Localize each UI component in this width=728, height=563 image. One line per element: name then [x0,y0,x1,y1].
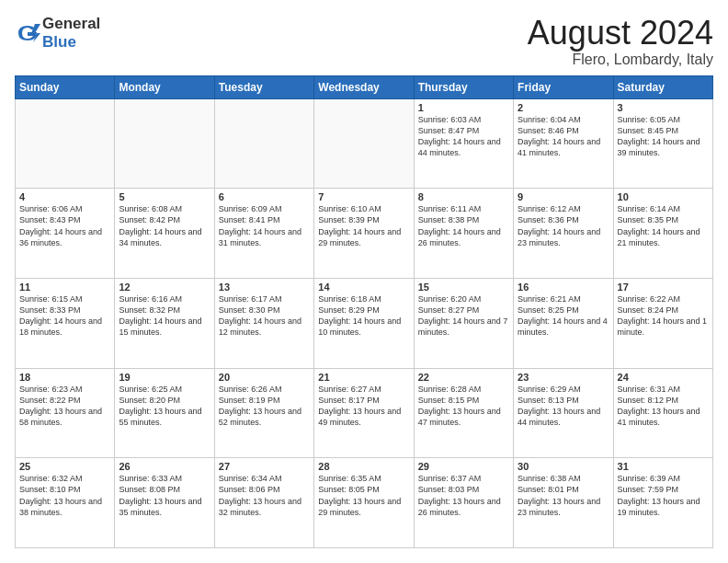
day-info: Sunrise: 6:05 AM Sunset: 8:45 PM Dayligh… [618,114,709,159]
day-cell: 14Sunrise: 6:18 AM Sunset: 8:29 PM Dayli… [314,278,414,368]
day-cell: 3Sunrise: 6:05 AM Sunset: 8:45 PM Daylig… [613,98,712,189]
month-year: August 2024 [528,15,713,52]
day-number: 16 [518,282,609,293]
day-cell: 27Sunrise: 6:34 AM Sunset: 8:06 PM Dayli… [214,458,313,548]
logo-icon [15,20,40,46]
day-cell [16,98,115,189]
day-info: Sunrise: 6:17 AM Sunset: 8:30 PM Dayligh… [219,293,310,339]
day-of-week-saturday: Saturday [613,75,712,98]
week-row-1: 1Sunrise: 6:03 AM Sunset: 8:47 PM Daylig… [16,98,713,189]
day-info: Sunrise: 6:37 AM Sunset: 8:03 PM Dayligh… [418,473,509,518]
day-number: 28 [318,461,409,472]
day-number: 27 [219,461,310,472]
day-info: Sunrise: 6:35 AM Sunset: 8:05 PM Dayligh… [318,473,409,518]
day-cell [115,98,214,189]
header: General Blue August 2024 Flero, Lombardy… [15,15,713,68]
page: General Blue August 2024 Flero, Lombardy… [0,0,728,563]
day-cell: 15Sunrise: 6:20 AM Sunset: 8:27 PM Dayli… [414,278,513,368]
day-cell: 11Sunrise: 6:15 AM Sunset: 8:33 PM Dayli… [16,278,115,368]
day-number: 15 [418,282,509,293]
day-of-week-tuesday: Tuesday [214,75,313,98]
day-info: Sunrise: 6:38 AM Sunset: 8:01 PM Dayligh… [518,473,609,518]
day-cell: 8Sunrise: 6:11 AM Sunset: 8:38 PM Daylig… [414,189,513,279]
day-info: Sunrise: 6:06 AM Sunset: 8:43 PM Dayligh… [19,203,110,248]
day-cell: 24Sunrise: 6:31 AM Sunset: 8:12 PM Dayli… [613,368,712,458]
day-number: 17 [618,282,709,293]
day-info: Sunrise: 6:16 AM Sunset: 8:32 PM Dayligh… [119,293,210,339]
day-number: 7 [318,191,409,202]
day-number: 6 [219,191,310,202]
day-info: Sunrise: 6:21 AM Sunset: 8:25 PM Dayligh… [518,293,609,339]
location: Flero, Lombardy, Italy [528,52,713,68]
day-number: 14 [318,282,409,293]
day-info: Sunrise: 6:31 AM Sunset: 8:12 PM Dayligh… [618,384,709,429]
day-number: 30 [518,461,609,472]
day-cell: 31Sunrise: 6:39 AM Sunset: 7:59 PM Dayli… [613,458,712,548]
calendar-header-row: SundayMondayTuesdayWednesdayThursdayFrid… [16,75,713,98]
week-row-3: 11Sunrise: 6:15 AM Sunset: 8:33 PM Dayli… [16,278,713,368]
day-info: Sunrise: 6:11 AM Sunset: 8:38 PM Dayligh… [418,203,509,248]
day-info: Sunrise: 6:32 AM Sunset: 8:10 PM Dayligh… [19,473,110,518]
day-of-week-monday: Monday [115,75,214,98]
day-info: Sunrise: 6:28 AM Sunset: 8:15 PM Dayligh… [418,384,509,429]
day-number: 12 [119,282,210,293]
day-cell: 30Sunrise: 6:38 AM Sunset: 8:01 PM Dayli… [514,458,613,548]
day-info: Sunrise: 6:33 AM Sunset: 8:08 PM Dayligh… [119,473,210,518]
day-cell: 13Sunrise: 6:17 AM Sunset: 8:30 PM Dayli… [214,278,313,368]
day-info: Sunrise: 6:12 AM Sunset: 8:36 PM Dayligh… [518,203,609,248]
day-number: 9 [518,191,609,202]
day-number: 1 [418,102,509,113]
week-row-5: 25Sunrise: 6:32 AM Sunset: 8:10 PM Dayli… [16,458,713,548]
logo: General Blue [15,15,100,52]
day-number: 24 [618,372,709,383]
day-info: Sunrise: 6:20 AM Sunset: 8:27 PM Dayligh… [418,293,509,339]
day-info: Sunrise: 6:25 AM Sunset: 8:20 PM Dayligh… [119,384,210,429]
day-number: 21 [318,372,409,383]
day-cell: 22Sunrise: 6:28 AM Sunset: 8:15 PM Dayli… [414,368,513,458]
day-info: Sunrise: 6:22 AM Sunset: 8:24 PM Dayligh… [618,293,709,339]
day-cell: 23Sunrise: 6:29 AM Sunset: 8:13 PM Dayli… [514,368,613,458]
day-of-week-thursday: Thursday [414,75,513,98]
day-cell: 25Sunrise: 6:32 AM Sunset: 8:10 PM Dayli… [16,458,115,548]
title-block: August 2024 Flero, Lombardy, Italy [528,15,713,68]
day-info: Sunrise: 6:27 AM Sunset: 8:17 PM Dayligh… [318,384,409,429]
day-number: 11 [19,282,110,293]
day-of-week-wednesday: Wednesday [314,75,414,98]
day-number: 3 [618,102,709,113]
day-info: Sunrise: 6:14 AM Sunset: 8:35 PM Dayligh… [618,203,709,248]
day-cell: 9Sunrise: 6:12 AM Sunset: 8:36 PM Daylig… [514,189,613,279]
day-cell: 10Sunrise: 6:14 AM Sunset: 8:35 PM Dayli… [613,189,712,279]
day-cell: 18Sunrise: 6:23 AM Sunset: 8:22 PM Dayli… [16,368,115,458]
day-info: Sunrise: 6:09 AM Sunset: 8:41 PM Dayligh… [219,203,310,248]
day-cell [214,98,313,189]
day-info: Sunrise: 6:34 AM Sunset: 8:06 PM Dayligh… [219,473,310,518]
day-number: 2 [518,102,609,113]
day-cell: 29Sunrise: 6:37 AM Sunset: 8:03 PM Dayli… [414,458,513,548]
day-cell: 6Sunrise: 6:09 AM Sunset: 8:41 PM Daylig… [214,189,313,279]
calendar-table: SundayMondayTuesdayWednesdayThursdayFrid… [15,75,713,548]
day-of-week-friday: Friday [514,75,613,98]
day-cell: 1Sunrise: 6:03 AM Sunset: 8:47 PM Daylig… [414,98,513,189]
logo-blue: Blue [42,33,76,51]
day-of-week-sunday: Sunday [16,75,115,98]
day-number: 31 [618,461,709,472]
day-cell: 17Sunrise: 6:22 AM Sunset: 8:24 PM Dayli… [613,278,712,368]
logo-general: General [42,15,100,32]
day-info: Sunrise: 6:08 AM Sunset: 8:42 PM Dayligh… [119,203,210,248]
day-cell: 21Sunrise: 6:27 AM Sunset: 8:17 PM Dayli… [314,368,414,458]
day-cell: 20Sunrise: 6:26 AM Sunset: 8:19 PM Dayli… [214,368,313,458]
day-number: 26 [119,461,210,472]
day-number: 22 [418,372,509,383]
day-info: Sunrise: 6:18 AM Sunset: 8:29 PM Dayligh… [318,293,409,339]
day-number: 13 [219,282,310,293]
day-number: 18 [19,372,110,383]
day-cell: 5Sunrise: 6:08 AM Sunset: 8:42 PM Daylig… [115,189,214,279]
day-number: 10 [618,191,709,202]
day-info: Sunrise: 6:10 AM Sunset: 8:39 PM Dayligh… [318,203,409,248]
day-cell: 16Sunrise: 6:21 AM Sunset: 8:25 PM Dayli… [514,278,613,368]
week-row-4: 18Sunrise: 6:23 AM Sunset: 8:22 PM Dayli… [16,368,713,458]
day-number: 4 [19,191,110,202]
day-info: Sunrise: 6:04 AM Sunset: 8:46 PM Dayligh… [518,114,609,159]
day-cell: 19Sunrise: 6:25 AM Sunset: 8:20 PM Dayli… [115,368,214,458]
day-cell: 28Sunrise: 6:35 AM Sunset: 8:05 PM Dayli… [314,458,414,548]
